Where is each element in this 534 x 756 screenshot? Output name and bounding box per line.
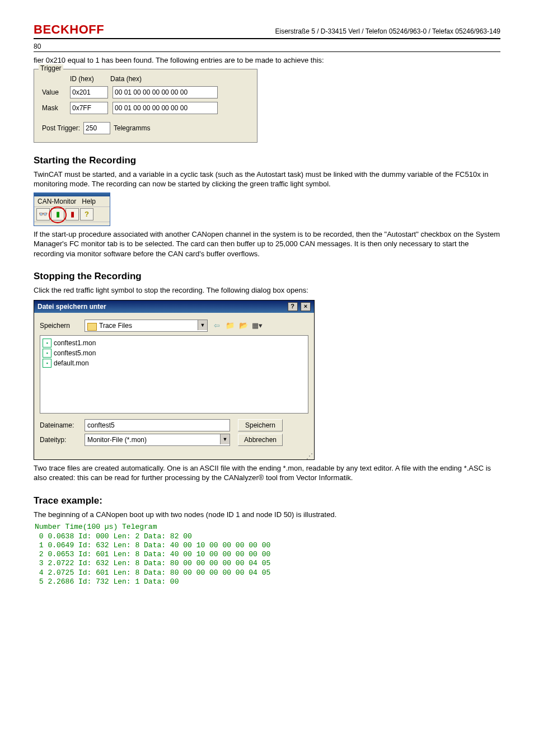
list-item[interactable]: ▪conftest5.mon — [43, 348, 306, 358]
header-address: Eiserstraße 5 / D-33415 Verl / Telefon 0… — [275, 27, 501, 35]
page-number: 80 — [34, 43, 500, 50]
filename-label: Dateiname: — [40, 421, 85, 429]
list-item[interactable]: ▪conftest1.mon — [43, 338, 306, 348]
menu-help[interactable]: Help — [82, 198, 96, 205]
heading-trace: Trace example: — [34, 495, 500, 506]
dialog-close-button[interactable]: × — [301, 302, 311, 311]
data-header: Data (hex) — [110, 75, 142, 83]
folder-icon — [87, 323, 97, 331]
can-monitor-toolbar: CAN-Monitor Help 👓 ▮ ▮ ? — [34, 192, 110, 226]
heading-stopping: Stopping the Recording — [34, 271, 500, 282]
trace-block: Number Time(100 µs) Telegram 0 0.0638 Id… — [35, 523, 500, 586]
back-icon[interactable]: ⇦ — [211, 320, 222, 331]
mask-id-input[interactable] — [70, 102, 108, 114]
new-folder-icon[interactable]: 📂 — [238, 320, 249, 331]
post-trigger-unit: Telegramms — [114, 124, 150, 132]
red-light-button[interactable]: ▮ — [65, 208, 79, 220]
trace-para1: The beginning of a CANopen boot up with … — [34, 510, 500, 520]
save-dialog: Datei speichern unter ? × Speichern Trac… — [34, 300, 315, 460]
cancel-button[interactable]: Abbrechen — [238, 434, 283, 446]
mask-label: Mask — [42, 104, 70, 112]
filetype-value: Monitor-File (*.mon) — [87, 436, 147, 444]
chevron-down-icon[interactable]: ▼ — [198, 320, 207, 330]
green-light-button[interactable]: ▮ — [51, 208, 64, 220]
up-folder-icon[interactable]: 📁 — [224, 320, 236, 331]
file-icon: ▪ — [43, 359, 51, 368]
trigger-panel: Trigger ID (hex) Data (hex) Value Mask P… — [34, 69, 257, 143]
value-label: Value — [42, 88, 70, 96]
file-icon: ▪ — [43, 339, 51, 348]
start-para2: If the start-up procedure associated wit… — [34, 229, 500, 259]
post-trigger-input[interactable] — [83, 122, 110, 134]
file-icon: ▪ — [43, 349, 51, 358]
save-button[interactable]: Speichern — [238, 419, 283, 431]
post-trigger-label: Post Trigger: — [42, 124, 80, 132]
filename-input[interactable] — [85, 419, 230, 431]
stop-para2: Two trace files are created automaticall… — [34, 463, 500, 483]
heading-starting: Starting the Recording — [34, 155, 500, 166]
filetype-label: Dateityp: — [40, 436, 85, 444]
highlight-circle-icon — [49, 206, 67, 223]
chevron-down-icon[interactable]: ▼ — [220, 434, 229, 444]
resize-grip-icon[interactable]: ⋰ — [34, 454, 314, 459]
glasses-icon[interactable]: 👓 — [36, 208, 50, 220]
intro-text: fier 0x210 equal to 1 has been found. Th… — [34, 55, 500, 65]
filetype-combo[interactable]: Monitor-File (*.mon) ▼ — [85, 434, 230, 446]
folder-name: Trace Files — [99, 322, 132, 330]
dialog-title: Datei speichern unter — [38, 303, 106, 311]
dialog-help-button[interactable]: ? — [288, 302, 298, 311]
value-id-input[interactable] — [70, 86, 108, 98]
view-menu-icon[interactable]: ▦▾ — [251, 320, 263, 331]
start-para1: TwinCAT must be started, and a variable … — [34, 170, 500, 189]
id-header: ID (hex) — [70, 75, 110, 83]
file-list[interactable]: ▪conftest1.mon ▪conftest5.mon ▪default.m… — [40, 335, 308, 414]
stop-para1: Click the red traffic light symbol to st… — [34, 285, 500, 295]
list-item[interactable]: ▪default.mon — [43, 358, 306, 368]
folder-combo[interactable]: Trace Files ▼ — [85, 320, 208, 332]
brand-logo: BECKHOFF — [34, 22, 104, 37]
value-data-input[interactable] — [113, 86, 218, 98]
menu-can-monitor[interactable]: CAN-Monitor — [38, 198, 76, 205]
help-button[interactable]: ? — [80, 208, 93, 220]
savein-label: Speichern — [40, 322, 85, 330]
mask-data-input[interactable] — [113, 102, 218, 114]
trigger-legend: Trigger — [39, 64, 63, 72]
